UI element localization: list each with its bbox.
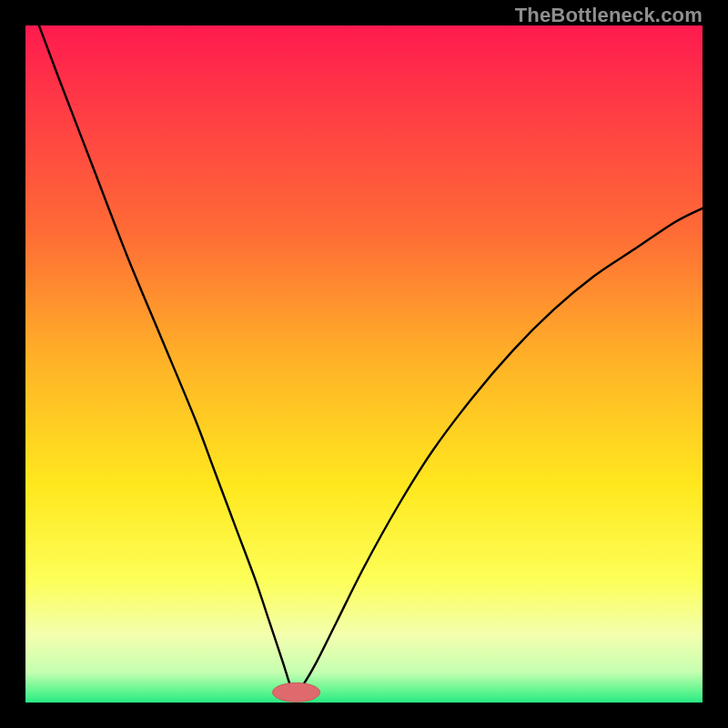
watermark-text: TheBottleneck.com xyxy=(515,4,703,27)
minimum-marker xyxy=(273,682,320,702)
chart-frame: TheBottleneck.com xyxy=(0,0,728,728)
chart-svg xyxy=(25,25,703,703)
plot-area xyxy=(25,25,703,703)
gradient-background xyxy=(25,25,703,703)
